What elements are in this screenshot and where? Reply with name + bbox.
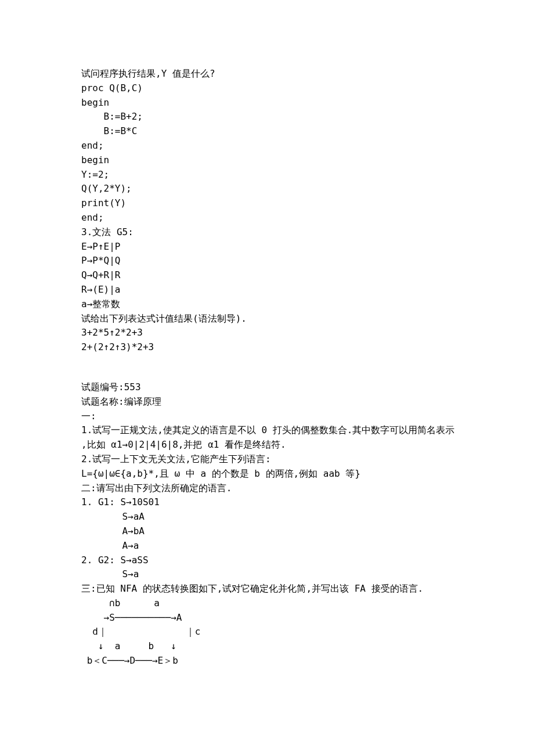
document-page: 试问程序执行结果,Y 值是什么? proc Q(B,C) begin B:=B+… bbox=[0, 0, 534, 756]
g1-label: 1. G1: S→10S01 bbox=[81, 495, 453, 510]
code-line: end; bbox=[81, 139, 453, 153]
section3-heading: 三:已知 NFA 的状态转换图如下,试对它确定化并化简,并写出该 FA 接受的语… bbox=[81, 582, 453, 596]
grammar-line: E→P↑E|P bbox=[81, 240, 453, 254]
g1-line: S→aA bbox=[81, 510, 453, 524]
code-line: print(Y) bbox=[81, 196, 453, 211]
expr-line: 2+(2↑2↑3)*2+3 bbox=[81, 340, 453, 355]
nfa-diagram-line: ↓ a b ↓ bbox=[81, 639, 453, 654]
code-line: begin bbox=[81, 96, 453, 110]
grammar-line: P→P*Q|Q bbox=[81, 254, 453, 268]
grammar-line: a→整常数 bbox=[81, 297, 453, 312]
code-line: B:=B+2; bbox=[81, 110, 453, 124]
g2-line: S→a bbox=[81, 567, 453, 582]
expr-line: 3+2*5↑2*2+3 bbox=[81, 326, 453, 340]
exam-name: 试题名称:编译原理 bbox=[81, 395, 453, 409]
section2-heading: 二:请写出由下列文法所确定的语言. bbox=[81, 481, 453, 496]
nfa-diagram-line: b＜C───→D───→E＞b bbox=[81, 654, 453, 668]
s1-item: L={ω|ω∈{a,b}*,且 ω 中 a 的个数是 b 的两倍,例如 aab … bbox=[81, 467, 453, 481]
q3-heading: 3.文法 G5: bbox=[81, 225, 453, 240]
code-line: begin bbox=[81, 153, 453, 168]
q3-instruction: 试给出下列表达式计值结果(语法制导). bbox=[81, 312, 453, 326]
code-line: Y:=2; bbox=[81, 168, 453, 182]
grammar-line: R→(E)|a bbox=[81, 283, 453, 297]
nfa-diagram-line: ∩b a bbox=[81, 596, 453, 611]
q2-prompt: 试问程序执行结果,Y 值是什么? bbox=[81, 67, 453, 81]
code-line: Q(Y,2*Y); bbox=[81, 182, 453, 196]
g1-line: A→a bbox=[81, 539, 453, 553]
g2-label: 2. G2: S→aSS bbox=[81, 553, 453, 568]
grammar-line: Q→Q+R|R bbox=[81, 268, 453, 283]
exam-id: 试题编号:553 bbox=[81, 380, 453, 395]
code-line: proc Q(B,C) bbox=[81, 81, 453, 96]
section1-heading: 一: bbox=[81, 409, 453, 424]
s1-item: 2.试写一上下文无关文法,它能产生下列语言: bbox=[81, 452, 453, 467]
nfa-diagram-line: d｜ ｜c bbox=[81, 625, 453, 639]
code-line: B:=B*C bbox=[81, 124, 453, 139]
code-line: end; bbox=[81, 211, 453, 225]
g1-line: A→bA bbox=[81, 524, 453, 539]
s1-item: ,比如 α1→0|2|4|6|8,并把 α1 看作是终结符. bbox=[81, 438, 453, 452]
nfa-diagram-line: →S──────────→A bbox=[81, 611, 453, 625]
section-spacer bbox=[81, 355, 453, 380]
s1-item: 1.试写一正规文法,使其定义的语言是不以 0 打头的偶整数集合.其中数字可以用简… bbox=[81, 423, 453, 438]
